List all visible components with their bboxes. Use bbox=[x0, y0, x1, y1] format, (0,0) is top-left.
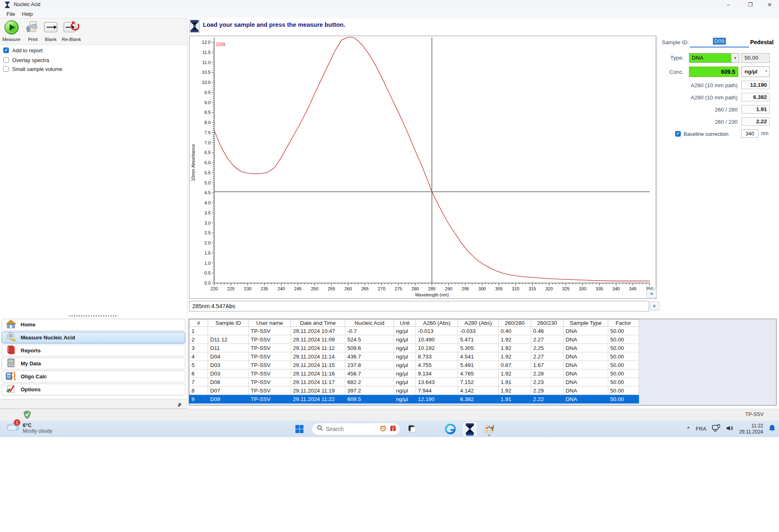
security-shield-icon bbox=[23, 410, 31, 421]
svg-text:12.0: 12.0 bbox=[202, 40, 211, 45]
sidebar-item-home[interactable]: Home bbox=[2, 319, 185, 330]
menubar: File Help bbox=[0, 10, 779, 18]
factor-field: 50.00 bbox=[741, 53, 770, 63]
table-cell: TP-SSV bbox=[249, 327, 291, 335]
column-header[interactable]: 260/230 bbox=[531, 320, 564, 327]
table-row[interactable]: 4D04TP-SSV29.11.2024 11:14436.7ng/µl8.73… bbox=[189, 352, 639, 361]
table-cell: 1.92 bbox=[499, 335, 531, 344]
svg-text:305: 305 bbox=[495, 286, 502, 291]
unit-value: ng/µl bbox=[745, 69, 757, 75]
svg-text:0.5: 0.5 bbox=[204, 270, 211, 275]
search-input[interactable] bbox=[326, 426, 377, 432]
reblank-button[interactable]: Re-Blank bbox=[60, 20, 83, 42]
chevron-down-icon: ▾ bbox=[765, 69, 767, 73]
table-row[interactable]: 2D11 12TP-SSV29.11.2024 11:09524.5ng/µl1… bbox=[189, 335, 639, 344]
baseline-correction-checkbox[interactable]: Baseline correction bbox=[675, 130, 729, 138]
notification-bell-icon[interactable] bbox=[768, 424, 776, 434]
table-row[interactable]: 9D09TP-SSV29.11.2024 11:22609.5ng/µl12.1… bbox=[189, 395, 639, 403]
table-cell: DNA bbox=[564, 361, 608, 369]
menu-help[interactable]: Help bbox=[19, 11, 35, 17]
reblank-arrow-icon bbox=[63, 20, 80, 36]
sidebar-item-options[interactable]: Options bbox=[2, 384, 185, 395]
measure-button[interactable]: Measure bbox=[1, 20, 22, 42]
table-row[interactable]: 7D08TP-SSV29.11.2024 11:17682.2ng/µl13.6… bbox=[189, 378, 639, 386]
checkbox-icon[interactable] bbox=[3, 66, 9, 72]
table-cell: 524.5 bbox=[345, 335, 394, 344]
baseline-wavelength-input[interactable]: 340 bbox=[741, 129, 758, 138]
spectrum-chart[interactable]: 2202252302352402452502552602652702752802… bbox=[189, 36, 656, 298]
svg-text:9.0: 9.0 bbox=[204, 100, 211, 105]
column-header[interactable]: A280 (Abs) bbox=[458, 320, 499, 327]
minimize-button[interactable]: – bbox=[719, 0, 738, 10]
menu-file[interactable]: File bbox=[4, 11, 17, 17]
y-axis-label: 10mm Absorbance bbox=[191, 144, 196, 181]
svg-text:3.5: 3.5 bbox=[204, 210, 211, 215]
a260-value: 12.190 bbox=[741, 81, 770, 89]
column-header[interactable]: 260/280 bbox=[499, 320, 531, 327]
column-header[interactable]: Factor bbox=[608, 320, 639, 327]
panel-divider bbox=[187, 18, 187, 409]
table-cell: DNA bbox=[564, 344, 608, 352]
column-header[interactable]: # bbox=[189, 320, 208, 327]
collapse-down-button[interactable]: » bbox=[650, 301, 660, 311]
taskbar-search[interactable] bbox=[312, 423, 400, 435]
table-cell: ng/µl bbox=[394, 369, 416, 378]
spectrum-chart-container[interactable]: 2202252302352402452502552602652702752802… bbox=[189, 36, 656, 299]
restore-button[interactable]: ❐ bbox=[741, 0, 760, 10]
edge-browser-button[interactable] bbox=[443, 422, 458, 436]
type-dropdown[interactable]: DNA ▾ bbox=[689, 53, 739, 63]
table-cell: -0.033 bbox=[458, 327, 499, 335]
column-header[interactable]: Sample ID bbox=[208, 320, 249, 327]
table-row[interactable]: 1TP-SSV29.11.2024 10:47-0.7ng/µl-0.013-0… bbox=[189, 327, 639, 335]
close-button[interactable]: ✕ bbox=[760, 0, 779, 10]
table-row[interactable]: 6D03TP-SSV29.11.2024 11:16456.7ng/µl9.13… bbox=[189, 369, 639, 378]
sidebar-item-my-data[interactable]: My Data bbox=[2, 358, 185, 369]
home-icon bbox=[5, 319, 17, 330]
table-cell: 4 bbox=[189, 352, 208, 361]
sidebar-item-oligo-calc[interactable]: Oligo Calc bbox=[2, 371, 185, 382]
sample-id-input[interactable]: D09 bbox=[690, 38, 749, 47]
svg-text:4.5: 4.5 bbox=[204, 190, 211, 195]
nucleic-acid-app-button[interactable] bbox=[463, 422, 477, 436]
table-row[interactable]: 5D03TP-SSV29.11.2024 11:15237.8ng/µl4.75… bbox=[189, 361, 639, 369]
task-view-button[interactable] bbox=[405, 422, 420, 436]
titlebar: Nucleic Acid – ❐ ✕ bbox=[0, 0, 779, 10]
chevron-down-icon[interactable]: ▾ bbox=[731, 54, 739, 62]
volume-icon[interactable] bbox=[726, 425, 734, 433]
checkbox-icon[interactable] bbox=[3, 47, 9, 53]
weather-widget[interactable]: 1 6°C Mostly cloudy bbox=[6, 422, 52, 434]
column-header[interactable]: Date and Time bbox=[291, 320, 345, 327]
sidebar-splitter[interactable] bbox=[69, 315, 118, 317]
sidebar-item-reports[interactable]: Reports bbox=[2, 345, 185, 356]
column-header[interactable]: Sample Type bbox=[564, 320, 608, 327]
paint-app-button[interactable] bbox=[482, 422, 497, 436]
sidebar-more-bar[interactable]: » ▾ bbox=[0, 399, 187, 409]
table-cell: 0.87 bbox=[499, 361, 531, 369]
network-icon[interactable] bbox=[712, 424, 721, 434]
unit-dropdown[interactable]: ng/µl▾ bbox=[741, 66, 770, 77]
weather-condition: Mostly cloudy bbox=[23, 428, 52, 434]
sidebar-item-measure-nucleic-acid[interactable]: Measure Nucleic Acid bbox=[2, 332, 185, 343]
language-indicator[interactable]: FRA bbox=[696, 426, 706, 432]
collapse-left-button[interactable]: « bbox=[646, 290, 657, 298]
clock[interactable]: 11:22 29.11.2024 bbox=[739, 423, 763, 435]
print-button[interactable]: Print bbox=[24, 20, 42, 42]
table-cell: 456.7 bbox=[345, 369, 394, 378]
tray-expand-chevron[interactable]: ⌃ bbox=[686, 426, 691, 432]
table-row[interactable]: 3D11TP-SSV29.11.2024 11:12509.6ng/µl10.1… bbox=[189, 344, 639, 352]
small-sample-volume-checkbox[interactable]: Small sample volume bbox=[3, 66, 62, 72]
column-header[interactable]: Nucleic Acid bbox=[345, 320, 394, 327]
column-header[interactable]: A260 (Abs) bbox=[416, 320, 458, 327]
add-to-report-checkbox[interactable]: Add to report bbox=[3, 47, 43, 54]
notification-badge: 1 bbox=[14, 419, 20, 426]
svg-text:255: 255 bbox=[328, 286, 335, 291]
overlay-spectra-checkbox[interactable]: Overlay spectra bbox=[3, 57, 49, 63]
measure-play-icon bbox=[4, 20, 19, 36]
table-row[interactable]: 8D07TP-SSV29.11.2024 11:19397.2ng/µl7.94… bbox=[189, 386, 639, 395]
checkbox-icon[interactable] bbox=[3, 57, 9, 63]
start-button[interactable] bbox=[292, 422, 307, 436]
checkbox-icon[interactable] bbox=[675, 131, 681, 137]
column-header[interactable]: User name bbox=[249, 320, 291, 327]
blank-button[interactable]: Blank bbox=[42, 20, 59, 42]
column-header[interactable]: Unit bbox=[394, 320, 416, 327]
